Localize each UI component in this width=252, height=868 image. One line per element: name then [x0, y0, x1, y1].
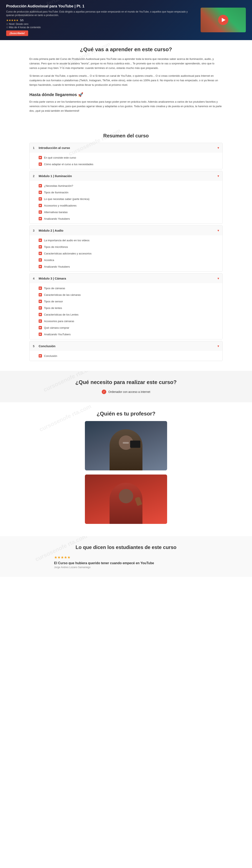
list-item: Analizando YouTubers	[30, 331, 222, 338]
list-item: Características de los Lentes	[30, 311, 222, 318]
rating-value: 5/5	[20, 19, 24, 22]
list-item: Analizando Youtubers	[30, 263, 222, 270]
module-4-chevron: ▾	[218, 276, 219, 280]
list-item: En qué consiste este curso	[30, 154, 222, 161]
lesson-label: Tipos de Iluminación	[44, 191, 68, 194]
glasses-shape	[123, 442, 129, 444]
module-1-header[interactable]: 1 Introducción al curso ▾	[30, 143, 222, 153]
learn-paragraph-1: En esta primera parte del Curso de Produ…	[29, 57, 223, 70]
video-icon	[39, 313, 42, 316]
subscribe-button[interactable]: ¡Suscríbete!	[6, 30, 28, 36]
module-2-chevron: ▾	[218, 174, 219, 178]
module-5: 5 Conclusión ▾ Conclusión	[29, 341, 223, 361]
lesson-label: Acústica	[44, 258, 54, 261]
video-icon	[39, 326, 42, 329]
video-icon	[39, 300, 42, 303]
video-icon	[39, 265, 42, 268]
module-2-lessons: ¿Necesitas Iluminación? Tipos de Ilumina…	[30, 181, 222, 224]
requirements-section: cursosenofe rta.com ¿Qué necesito para r…	[0, 371, 252, 402]
module-5-chevron: ▾	[218, 344, 219, 348]
outline-title: Resumen del curso	[29, 133, 223, 138]
lesson-label: Qué cámara comprar	[44, 326, 69, 329]
lesson-label: Conclusión	[44, 354, 57, 358]
hero-level: ⊙ Nivel: Desde cero	[6, 23, 196, 26]
lesson-label: Analizando Youtubers	[44, 217, 70, 220]
module-1: 1 Introducción al curso ▾ En qué consist…	[29, 143, 223, 169]
module-4-header[interactable]: 4 Módulo 3 | Cámara ▾	[30, 274, 222, 283]
video-icon	[39, 252, 42, 255]
watermark-5: cursosenofe rta.com	[38, 403, 92, 433]
video-icon	[39, 286, 42, 290]
lesson-label: ¿Necesitas Iluminación?	[44, 184, 73, 187]
module-4-lessons: Tipos de cámaras Características de las …	[30, 283, 222, 339]
lesson-label: Características adicionales y accesorios	[44, 252, 92, 255]
list-item: Accesorios y modificadores	[30, 202, 222, 209]
list-item: Tipos de sensor	[30, 298, 222, 305]
play-button[interactable]	[218, 15, 228, 25]
module-4-name: Módulo 3 | Cámara	[39, 277, 66, 280]
lesson-label: Analizando YouTubers	[44, 333, 71, 336]
learn-paragraph-2: Si tienes un canal de YouTube, o quieres…	[29, 74, 223, 87]
lesson-label: Tipos de cámaras	[44, 287, 65, 290]
module-3-chevron: ▾	[218, 228, 219, 232]
list-item: Accesorios para cámaras	[30, 318, 222, 324]
professor-section: cursosenofe rta.com ¿Quién es tu profeso…	[0, 402, 252, 536]
review-card: ★★★★★ El Curso que hubiera querido tener…	[54, 555, 198, 569]
star-icons: ★★★★★	[6, 19, 19, 22]
video-icon	[39, 306, 42, 310]
hero-title: Producción Audiovisual para YouTube | Pt…	[6, 4, 196, 8]
video-icon	[39, 239, 42, 242]
module-2: 2 Módulo 1 | Iluminación ▾ ¿Necesitas Il…	[29, 171, 223, 224]
reach-heading: Hasta dónde llegaremos 🚀	[29, 92, 223, 97]
camera-shape	[130, 441, 140, 448]
professor-photo-container-2	[85, 474, 167, 524]
lesson-label: En qué consiste este curso	[44, 156, 76, 159]
requirement-text: Ordenador con acceso a internet	[108, 390, 150, 394]
module-3-name: Módulo 2 | Audio	[39, 229, 63, 232]
module-1-name: Introducción al curso	[39, 146, 70, 150]
video-icon	[39, 162, 42, 166]
requirements-title: ¿Qué necesito para realizar este curso?	[4, 379, 248, 385]
module-5-header[interactable]: 5 Conclusión ▾	[30, 341, 222, 351]
video-icon	[39, 210, 42, 214]
list-item: Acústica	[30, 257, 222, 263]
professor-title: ¿Quién es tu profesor?	[4, 410, 248, 417]
list-item: Conclusión	[30, 352, 222, 359]
review-stars: ★★★★★	[54, 555, 198, 560]
module-3-lessons: La importancia del audio en los videos T…	[30, 235, 222, 272]
video-icon	[39, 217, 42, 220]
learn-title: ¿Qué vas a aprender en este curso?	[29, 46, 223, 53]
list-item: Características adicionales y accesorios	[30, 250, 222, 257]
module-5-num: 5	[33, 344, 36, 348]
outline-section: cursosenofe rta.com Resumen del curso 1 …	[25, 123, 227, 371]
reviews-section: cursosenofe rta.com Lo que dicen los est…	[0, 536, 252, 577]
list-item: Tipos de micrófonos	[30, 244, 222, 250]
lesson-label: Tipos de sensor	[44, 300, 63, 303]
list-item: Qué cámara comprar	[30, 324, 222, 331]
module-5-lessons: Conclusión	[30, 351, 222, 361]
video-icon	[39, 354, 42, 358]
module-2-name: Módulo 1 | Iluminación	[39, 174, 72, 178]
review-headline: El Curso que hubiera querido tener cuand…	[54, 561, 198, 565]
reviews-title: Lo que dicen los estudiantes de este cur…	[4, 545, 248, 550]
module-3-header[interactable]: 3 Módulo 2 | Audio ▾	[30, 226, 222, 235]
video-icon	[39, 319, 42, 323]
list-item: Alternativas baratas	[30, 209, 222, 215]
video-icon	[39, 191, 42, 194]
professor-photo-2	[85, 474, 167, 524]
list-item: La importancia del audio en los videos	[30, 237, 222, 244]
module-4: 4 Módulo 3 | Cámara ▾ Tipos de cámaras C…	[29, 273, 223, 339]
list-item: Lo que necesitas saber (parte técnica)	[30, 196, 222, 202]
video-icon	[39, 156, 42, 159]
module-1-num: 1	[33, 146, 36, 150]
hero-description: Curso de producción audiovisual para You…	[6, 10, 196, 17]
video-icon	[39, 293, 42, 297]
person-head-2	[119, 489, 133, 503]
hero-thumbnail	[200, 8, 246, 32]
professor-photo-container-1	[85, 421, 167, 470]
play-icon	[222, 18, 225, 22]
list-item: Cómo adaptar el curso a tus necesidades	[30, 161, 222, 167]
hero-rating: ★★★★★ 5/5	[6, 19, 196, 22]
module-2-header[interactable]: 2 Módulo 1 | Iluminación ▾	[30, 171, 222, 181]
list-item: ¿Necesitas Iluminación?	[30, 182, 222, 189]
